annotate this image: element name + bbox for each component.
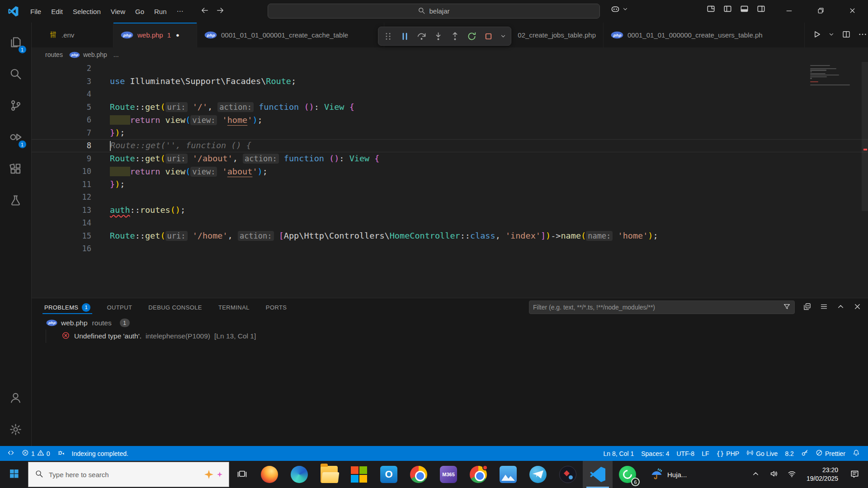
problems-filter-input[interactable] — [529, 300, 795, 314]
tray-expand-icon[interactable] — [748, 461, 764, 488]
menu-view[interactable]: View — [106, 5, 130, 18]
panel-tab-problems[interactable]: PROBLEMS1 — [42, 298, 92, 316]
code-editor[interactable]: 23use Illuminate\Support\Facades\Route;4… — [32, 62, 868, 298]
tab-create-cache-table[interactable]: php0001_01_01_000001_create_cache_table — [197, 23, 384, 47]
taskbar-clock[interactable]: 23:20 19/02/2025 — [802, 466, 843, 483]
debug-step-into-icon[interactable] — [433, 31, 443, 42]
status-encoding[interactable]: UTF-8 — [673, 446, 698, 461]
customize-layout-icon[interactable] — [706, 4, 716, 15]
toggle-secondary-sidebar-icon[interactable] — [756, 4, 766, 15]
status-eol[interactable]: LF — [698, 446, 712, 461]
tab-create-users-table[interactable]: php0001_01_01_000000_create_users_table.… — [604, 23, 805, 47]
tab-env[interactable]: .env — [42, 23, 113, 47]
status-cursor-position[interactable]: Ln 8, Col 1 — [600, 446, 638, 461]
status-problems[interactable]: 1 0 — [18, 446, 54, 461]
nav-forward-icon[interactable] — [216, 6, 225, 17]
breadcrumb-file[interactable]: web.php — [83, 51, 107, 58]
code-line-9[interactable]: 9Route::get(uri: '/about', action: funct… — [32, 152, 868, 165]
taskbar-app-vscode[interactable] — [583, 461, 613, 488]
menu-selection[interactable]: Selection — [68, 5, 106, 18]
debug-step-over-icon[interactable] — [416, 31, 427, 42]
modified-dot-icon[interactable]: ● — [176, 32, 179, 38]
toggle-panel-icon[interactable] — [740, 4, 749, 15]
debug-stop-icon[interactable] — [483, 31, 494, 42]
activity-run-debug[interactable]: 1 — [0, 122, 32, 154]
menu-go[interactable]: Go — [130, 5, 149, 18]
minimap[interactable] — [810, 63, 850, 88]
activity-settings[interactable] — [0, 414, 32, 446]
split-editor-icon[interactable] — [842, 30, 851, 41]
debug-toolbar[interactable] — [378, 27, 511, 46]
code-line-4[interactable]: 4 — [32, 88, 868, 101]
code-line-8[interactable]: 8Route::get('', function () { — [32, 139, 868, 152]
debug-step-out-icon[interactable] — [450, 31, 460, 42]
more-actions-icon[interactable] — [858, 30, 867, 41]
code-line-2[interactable]: 2 — [32, 62, 868, 75]
command-center-search[interactable]: belajar — [268, 4, 600, 19]
taskbar-app-edge[interactable] — [284, 461, 314, 488]
maximize-panel-icon[interactable] — [836, 302, 845, 313]
panel-tab-ports[interactable]: PORTS — [264, 298, 289, 316]
status-key[interactable] — [797, 446, 812, 461]
debug-drag-grip-icon[interactable] — [383, 31, 393, 42]
taskbar-app-whatsapp[interactable]: 6 — [613, 461, 642, 488]
task-view-button[interactable] — [229, 461, 255, 488]
code-line-11[interactable]: 11}); — [32, 178, 868, 191]
code-line-10[interactable]: 10 return view(view: 'about'); — [32, 165, 868, 178]
debug-restart-icon[interactable] — [467, 31, 477, 42]
problems-file-group[interactable]: php web.php routes 1 — [32, 316, 868, 329]
menu-file[interactable]: File — [25, 5, 46, 18]
panel-tab-output[interactable]: OUTPUT — [105, 298, 134, 316]
taskbar-app-chrome-2[interactable] — [463, 461, 493, 488]
activity-accounts[interactable] — [0, 383, 32, 414]
network-icon[interactable] — [784, 461, 800, 488]
minimize-button[interactable] — [773, 0, 805, 23]
debug-status-icon[interactable] — [54, 446, 68, 461]
taskbar-app-photos[interactable] — [493, 461, 523, 488]
collapse-all-icon[interactable] — [803, 302, 811, 313]
menu-more[interactable]: ⋯ — [172, 5, 189, 18]
code-line-7[interactable]: 7}); — [32, 127, 868, 140]
code-line-15[interactable]: 15Route::get(uri: '/home', action: [App\… — [32, 230, 868, 243]
activity-explorer[interactable]: 1 — [0, 27, 32, 59]
filter-input[interactable] — [533, 304, 783, 311]
run-php-button[interactable] — [812, 30, 821, 41]
taskbar-app-obs[interactable] — [553, 461, 583, 488]
taskbar-app-outlook[interactable]: O — [374, 461, 404, 488]
close-button[interactable] — [836, 0, 868, 23]
code-line-5[interactable]: 5Route::get(uri: '/', action: function (… — [32, 101, 868, 114]
panel-tab-terminal[interactable]: TERMINAL — [217, 298, 251, 316]
editor-scrollbar[interactable] — [862, 62, 868, 211]
breadcrumb[interactable]: routes php web.php ... — [32, 47, 868, 62]
remote-indicator[interactable] — [4, 446, 18, 461]
nav-back-icon[interactable] — [200, 6, 209, 17]
status-notifications[interactable] — [849, 446, 863, 461]
breadcrumb-folder[interactable]: routes — [45, 51, 63, 58]
taskbar-weather[interactable]: Huja... — [642, 461, 695, 488]
status-php-version[interactable]: 8.2 — [781, 446, 797, 461]
taskbar-app-file-explorer[interactable] — [314, 461, 344, 488]
start-button[interactable] — [0, 461, 28, 488]
code-line-13[interactable]: 13auth::routes(); — [32, 204, 868, 217]
taskbar-app-telegram[interactable] — [523, 461, 553, 488]
code-line-14[interactable]: 14 — [32, 216, 868, 230]
activity-search[interactable] — [0, 59, 32, 90]
code-line-3[interactable]: 3use Illuminate\Support\Facades\Route; — [32, 75, 868, 88]
view-as-table-icon[interactable] — [820, 302, 828, 313]
problem-row[interactable]: Undefined type 'auth'.intelephense(P1009… — [32, 329, 868, 343]
activity-extensions[interactable] — [0, 154, 32, 185]
debug-pause-icon[interactable] — [400, 31, 410, 42]
filter-icon[interactable] — [783, 303, 791, 312]
status-language[interactable]: {}PHP — [713, 446, 743, 461]
toggle-sidebar-icon[interactable] — [723, 4, 732, 15]
action-center-button[interactable] — [844, 461, 864, 488]
taskbar-app-chrome[interactable] — [404, 461, 434, 488]
status-indentation[interactable]: Spaces: 4 — [637, 446, 673, 461]
code-line-12[interactable]: 12 — [32, 191, 868, 204]
panel-tab-debug-console[interactable]: DEBUG CONSOLE — [146, 298, 204, 316]
taskbar-app-firefox[interactable] — [255, 461, 284, 488]
breadcrumb-symbol[interactable]: ... — [113, 51, 119, 58]
menu-edit[interactable]: Edit — [46, 5, 68, 18]
taskbar-search[interactable]: Type here to search — [28, 462, 229, 487]
copilot-button[interactable] — [610, 4, 628, 16]
